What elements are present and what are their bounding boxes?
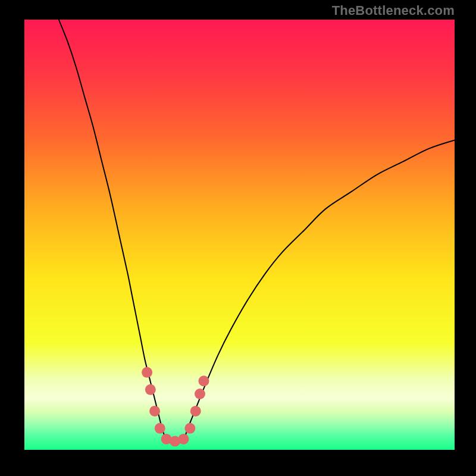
highlight-dot bbox=[190, 406, 201, 416]
plot-area bbox=[24, 20, 455, 450]
highlight-dot bbox=[149, 406, 160, 416]
highlight-dot bbox=[184, 423, 195, 434]
chart-frame: TheBottleneck.com bbox=[0, 0, 476, 476]
highlight-dot bbox=[145, 384, 156, 395]
highlight-dot bbox=[155, 423, 165, 434]
highlight-dot bbox=[198, 375, 209, 386]
bottleneck-curve bbox=[24, 20, 455, 450]
highlight-dot bbox=[195, 389, 205, 399]
watermark-text: TheBottleneck.com bbox=[332, 3, 455, 18]
highlight-dot bbox=[178, 434, 189, 444]
bottleneck-curve-path bbox=[59, 20, 455, 443]
highlight-dot bbox=[142, 367, 152, 378]
